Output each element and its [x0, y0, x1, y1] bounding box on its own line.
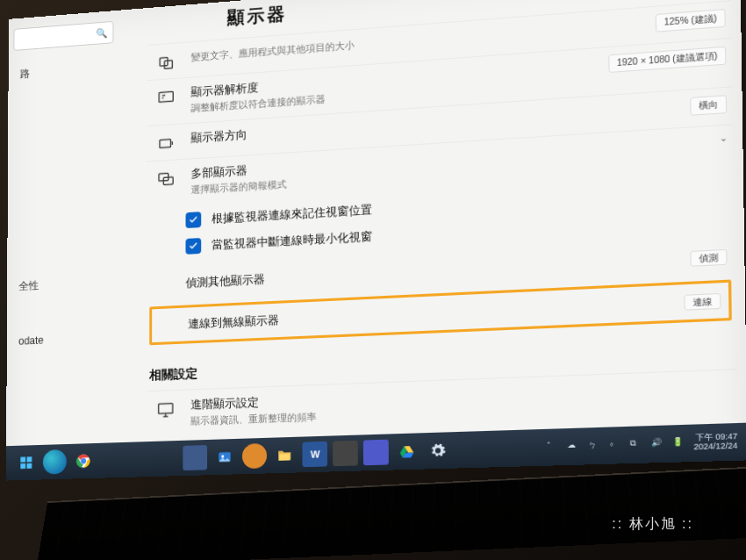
- teams-icon[interactable]: [363, 440, 389, 466]
- setting-title: 偵測其他顯示器: [185, 271, 264, 291]
- svg-rect-10: [26, 463, 32, 469]
- sidebar-item[interactable]: odate: [7, 325, 133, 353]
- checkbox-label: 當監視器中斷連線時最小化視窗: [212, 229, 372, 253]
- chrome-icon[interactable]: [71, 449, 95, 474]
- taskbar-clock[interactable]: 下午 09:47 2024/12/24: [693, 433, 737, 453]
- word-icon[interactable]: W: [303, 442, 328, 467]
- watermark-text: :: 林小旭 ::: [612, 515, 693, 534]
- sidebar-item[interactable]: 路: [9, 54, 134, 88]
- edge-icon[interactable]: [43, 449, 67, 475]
- start-button[interactable]: [14, 450, 38, 475]
- tray-chevron-icon[interactable]: ˄: [547, 441, 560, 454]
- svg-rect-1: [164, 61, 172, 69]
- tray-nearby-icon[interactable]: ⬨: [609, 439, 622, 452]
- checkbox-label: 根據監視器連線來記住視窗位置: [212, 203, 372, 226]
- sidebar-item[interactable]: 全性: [7, 269, 133, 300]
- settings-main: 顯示器 變更文字、應用程式與其他項目的大小 125% (建議) 顯示器解析度 調…: [137, 0, 746, 442]
- resolution-icon: [156, 88, 175, 108]
- tray-wifi-icon[interactable]: ⧉: [630, 438, 643, 451]
- svg-rect-2: [159, 91, 173, 102]
- tray-language-icon[interactable]: ㄅ: [588, 440, 601, 453]
- drive-icon[interactable]: [394, 439, 420, 465]
- svg-rect-7: [20, 457, 25, 463]
- taskbar-app-icon[interactable]: [334, 441, 359, 467]
- tray-battery-icon[interactable]: 🔋: [672, 437, 686, 450]
- settings-icon[interactable]: [426, 437, 451, 463]
- checkbox-checked-icon[interactable]: [185, 238, 201, 255]
- scale-icon: [157, 52, 176, 72]
- tray-volume-icon[interactable]: 🔊: [651, 437, 665, 450]
- svg-rect-6: [159, 404, 173, 414]
- svg-rect-3: [160, 139, 171, 147]
- orientation-value-dropdown[interactable]: 橫向: [690, 95, 727, 116]
- checkbox-checked-icon[interactable]: [186, 212, 202, 228]
- clock-date: 2024/12/24: [693, 442, 737, 452]
- monitor-icon: [156, 399, 176, 420]
- search-icon: 🔍: [96, 27, 107, 39]
- taskbar-app-icon[interactable]: [242, 443, 267, 469]
- connect-button[interactable]: 連線: [684, 293, 721, 311]
- svg-rect-8: [27, 456, 32, 462]
- tray-onedrive-icon[interactable]: ☁: [567, 440, 580, 453]
- svg-rect-9: [20, 463, 25, 469]
- multiple-displays-icon: [156, 169, 176, 189]
- scale-value-dropdown[interactable]: 125% (建議): [656, 9, 726, 32]
- chevron-down-icon: ⌄: [720, 133, 728, 143]
- laptop-screen: 🔍 路 全性 odate 顯示器 變更文字、應用程式與其他項目的大小 125% …: [6, 0, 746, 481]
- resolution-value-dropdown[interactable]: 1920 × 1080 (建議選項): [608, 47, 726, 73]
- taskbar-app-icon[interactable]: [183, 445, 208, 470]
- search-input[interactable]: 🔍: [13, 21, 113, 51]
- setting-title: 連線到無線顯示器: [188, 312, 279, 333]
- taskbar-photos-icon[interactable]: [212, 444, 237, 470]
- file-explorer-icon[interactable]: [273, 442, 298, 468]
- svg-rect-0: [160, 58, 168, 67]
- orientation-icon: [156, 133, 175, 154]
- detect-button[interactable]: 偵測: [690, 249, 727, 267]
- settings-sidebar: 🔍 路 全性 odate: [6, 9, 133, 446]
